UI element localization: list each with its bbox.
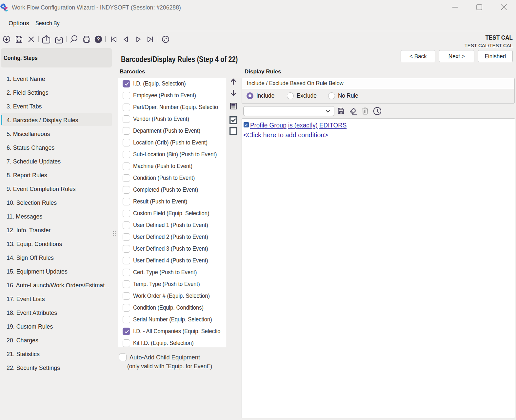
svg-text:?: ? — [97, 36, 100, 42]
